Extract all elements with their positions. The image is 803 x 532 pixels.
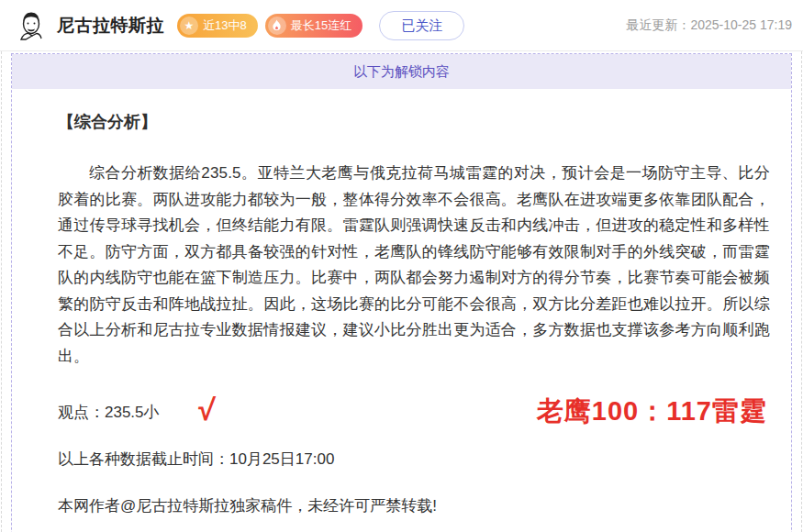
analysis-paragraph: 综合分析数据给235.5。亚特兰大老鹰与俄克拉荷马城雷霆的对决，预计会是一场防守… bbox=[58, 161, 773, 370]
unlocked-content-box: 以下为解锁内容 【综合分析】 综合分析数据给235.5。亚特兰大老鹰与俄克拉荷马… bbox=[11, 53, 792, 532]
page: 尼古拉特斯拉 ★ 近13中8 最长15连红 已关注 最近更新：2025-10-2… bbox=[0, 0, 803, 532]
author-name: 尼古拉特斯拉 bbox=[57, 14, 164, 38]
last-update-time: 2025-10-25 17:19 bbox=[690, 17, 792, 32]
viewpoint-label: 观点： bbox=[58, 404, 105, 421]
page-right-edge bbox=[801, 51, 802, 532]
flame-icon bbox=[268, 17, 286, 35]
viewpoint-value: 235.5小 bbox=[105, 404, 160, 421]
win-checkmark-icon: √ bbox=[196, 394, 215, 425]
star-icon: ★ bbox=[180, 17, 198, 35]
last-update: 最近更新：2025-10-25 17:19 bbox=[626, 17, 792, 34]
final-score: 老鹰100：117雷霆 bbox=[537, 393, 767, 430]
followed-button[interactable]: 已关注 bbox=[379, 11, 464, 40]
section-title: 【综合分析】 bbox=[58, 111, 773, 133]
author-avatar-sketch bbox=[13, 8, 48, 43]
data-deadline: 以上各种数据截止时间：10月25日17:00 bbox=[58, 449, 773, 470]
author-header: 尼古拉特斯拉 ★ 近13中8 最长15连红 已关注 最近更新：2025-10-2… bbox=[0, 0, 803, 51]
unlock-banner: 以下为解锁内容 bbox=[12, 54, 791, 89]
copyright-notice: 本网作者@尼古拉特斯拉独家稿件，未经许可严禁转载! bbox=[58, 495, 773, 516]
viewpoint: 观点：235.5小 bbox=[58, 402, 160, 423]
record-badge: ★ 近13中8 bbox=[177, 14, 258, 38]
article-body: 【综合分析】 综合分析数据给235.5。亚特兰大老鹰与俄克拉荷马城雷霆的对决，预… bbox=[12, 89, 791, 532]
streak-badge: 最长15连红 bbox=[265, 14, 362, 38]
author-avatar[interactable] bbox=[13, 8, 48, 43]
last-update-label: 最近更新： bbox=[626, 17, 690, 32]
record-badge-label: 近13中8 bbox=[203, 17, 247, 34]
page-left-edge bbox=[1, 51, 2, 532]
viewpoint-row: 观点：235.5小 √ 老鹰100：117雷霆 bbox=[58, 393, 773, 430]
streak-badge-label: 最长15连红 bbox=[291, 17, 351, 34]
